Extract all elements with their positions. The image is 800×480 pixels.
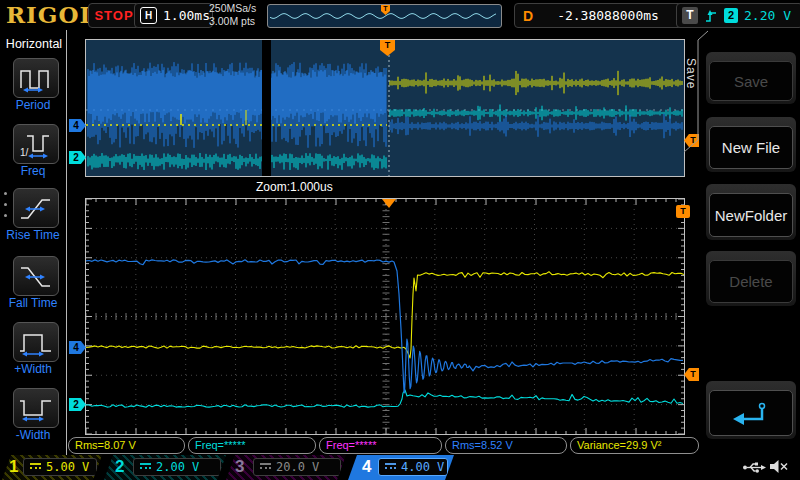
plus-width-icon [18, 327, 54, 357]
measurement-variance: Variance=29.9 V² [570, 437, 699, 454]
channel-2-block[interactable]: 2 2.00 V [104, 455, 226, 480]
channel-3-volts: 20.0 V [276, 460, 319, 474]
channel-1-volts: 5.00 V [46, 460, 89, 474]
ch4-position-badge[interactable]: 4 [69, 119, 86, 132]
menu-slot [706, 381, 796, 439]
oscilloscope-screen: RIGOL STOP H 1.00ms 250MSa/s 3.00M pts T… [0, 0, 800, 480]
memory-depth: 3.00M pts [209, 15, 256, 28]
run-state-button[interactable]: STOP [88, 3, 140, 28]
measure-item-fall-time[interactable] [13, 256, 59, 296]
delete-button[interactable]: Delete [709, 260, 793, 303]
ch2-zoom-position-badge[interactable]: 2 [69, 398, 86, 411]
measure-item-freq-label: Freq [0, 164, 66, 178]
period-icon [18, 63, 54, 93]
channel-3-block[interactable]: 3 20.0 V [226, 455, 346, 480]
channel-1-number: 1 [9, 457, 18, 477]
main-waveform-window[interactable] [85, 39, 685, 177]
menu-slot: Save [706, 52, 796, 104]
measure-item-rise-time[interactable] [13, 188, 59, 228]
back-button[interactable] [709, 390, 793, 436]
measure-item-period[interactable] [13, 58, 59, 98]
measure-item-neg-width[interactable] [13, 388, 59, 428]
zoom-waveform-plot [86, 199, 684, 434]
dc-coupling-icon [30, 463, 41, 472]
measure-item-neg-width-label: -Width [0, 428, 66, 442]
trigger-source-badge: 2 [724, 8, 738, 23]
measure-group-title: Horizontal [3, 37, 65, 51]
sample-rate: 250MSa/s [209, 2, 256, 15]
run-state-label: STOP [94, 8, 133, 23]
trigger-level-tag-zoom-icon[interactable]: T [684, 368, 699, 381]
menu-slot: Delete [706, 251, 796, 306]
measure-item-period-label: Period [0, 98, 66, 112]
minus-width-icon [18, 393, 54, 423]
timebase-value: 1.00ms [163, 8, 210, 23]
delay-readout[interactable]: D -2.38088000ms [514, 3, 688, 28]
ch2-position-badge[interactable]: 2 [69, 151, 86, 164]
zoom-scale-label: Zoom:1.000us [256, 180, 333, 194]
measurement-rms-ch1: Rms=8.07 V [68, 437, 185, 454]
channel-4-scale: 4.00 V [378, 458, 448, 476]
measure-item-rise-time-label: Rise Time [0, 228, 66, 242]
channel-4-block[interactable]: 4 4.00 V [348, 455, 454, 480]
trigger-badge: T [682, 7, 698, 24]
horizontal-timebase-readout[interactable]: H 1.00ms [134, 3, 213, 28]
zoom-waveform-window[interactable] [85, 198, 685, 435]
channel-2-scale: 2.00 V [133, 458, 221, 476]
page-dot [4, 203, 7, 206]
waveform-preview-bar[interactable]: T [267, 4, 502, 28]
page-dot [4, 192, 7, 195]
save-button[interactable]: Save [709, 61, 793, 101]
trigger-level-value: 2.20 V [744, 8, 791, 23]
channel-3-scale: 20.0 V [253, 458, 341, 476]
measure-item-fall-time-label: Fall Time [0, 296, 66, 310]
svg-text:1/: 1/ [20, 147, 29, 158]
channel-2-number: 2 [115, 457, 124, 477]
rigol-logo: RIGOL [6, 1, 97, 28]
sound-muted-icon [768, 459, 790, 474]
channel-4-volts: 4.00 V [401, 460, 444, 474]
ch4-zoom-position-badge[interactable]: 4 [69, 341, 86, 354]
dc-coupling-icon [385, 463, 396, 472]
measurement-freq-ch2: Freq=***** [188, 437, 316, 454]
measure-item-freq[interactable]: 1/ [13, 124, 59, 164]
return-arrow-icon [729, 399, 773, 427]
channel-1-block[interactable]: 1 5.00 V [2, 455, 102, 480]
channel-1-scale: 5.00 V [23, 458, 97, 476]
h-badge: H [140, 7, 157, 24]
fall-time-icon [18, 261, 54, 291]
rising-edge-icon [704, 8, 718, 24]
measurement-rms-ch4: Rms=8.52 V [445, 437, 567, 454]
dc-coupling-icon [140, 463, 151, 472]
menu-slot: NewFolder [706, 184, 796, 240]
rise-time-icon [18, 193, 54, 223]
measurement-freq-ch3: Freq=***** [319, 437, 442, 454]
menu-tab-save: Save [684, 58, 698, 110]
delay-value: -2.38088000ms [557, 8, 659, 23]
new-file-button[interactable]: New File [709, 126, 793, 169]
measure-item-pos-width[interactable] [13, 322, 59, 362]
main-waveform-plot [86, 40, 684, 176]
channel-status-bar: 1 5.00 V 2 2.00 V 3 20.0 V 4 4.00 V [0, 455, 800, 480]
acquisition-info: 250MSa/s 3.00M pts [209, 2, 256, 28]
usb-icon [742, 460, 766, 475]
page-dot [4, 214, 7, 217]
channel-4-number: 4 [362, 457, 371, 477]
zoom-trigger-corner-tag-icon: T [676, 205, 690, 218]
measure-item-pos-width-label: +Width [0, 362, 66, 376]
channel-3-number: 3 [235, 457, 244, 477]
dc-coupling-icon [260, 463, 271, 472]
freq-icon: 1/ [18, 129, 54, 159]
trigger-readout[interactable]: T 2 2.20 V [676, 3, 800, 28]
menu-slot: New File [706, 117, 796, 172]
delay-badge: D [523, 8, 533, 24]
new-folder-button[interactable]: NewFolder [709, 193, 793, 237]
channel-2-volts: 2.00 V [156, 460, 199, 474]
